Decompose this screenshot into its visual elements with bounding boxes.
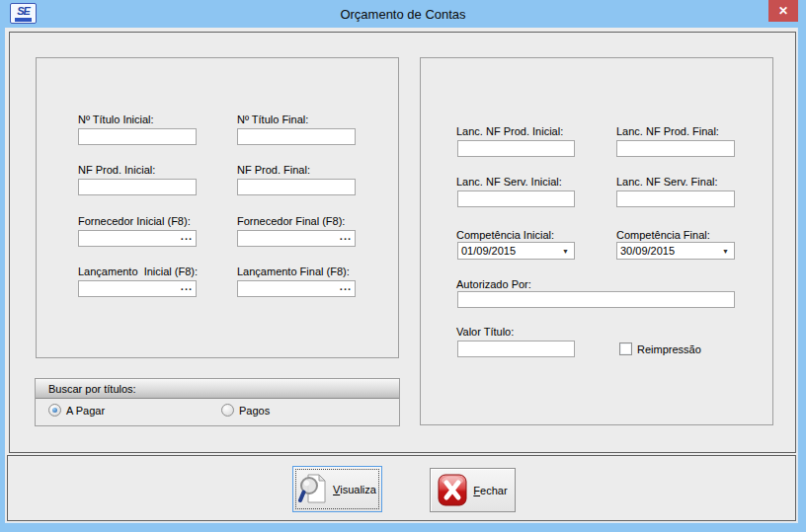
fechar-button-label: Fechar	[473, 485, 507, 496]
window-title: Orçamento de Contas	[0, 0, 806, 28]
radio-a-pagar-icon	[48, 404, 61, 417]
left-filters-group: Nº Título Inicial: Nº Título Final: NF P…	[36, 57, 399, 358]
close-x-icon	[438, 473, 467, 507]
client-area: Nº Título Inicial: Nº Título Final: NF P…	[5, 28, 798, 523]
titulo-inicial-label: Nº Título Inicial:	[78, 114, 154, 126]
nf-prod-final-label: NF Prod. Final:	[237, 164, 310, 177]
lanc-nf-serv-inicial-input[interactable]	[457, 190, 575, 207]
radio-pagos-icon	[221, 404, 234, 417]
competencia-final-label: Competência Final:	[616, 229, 710, 242]
lancamento-final-picker-icon[interactable]: ...	[334, 278, 352, 295]
lanc-nf-prod-inicial-input[interactable]	[457, 140, 575, 157]
reimpressao-label: Reimpressão	[637, 343, 701, 355]
competencia-inicial-value: 01/09/2015	[461, 245, 516, 257]
lancamento-final-field: ...	[237, 280, 356, 297]
lanc-nf-prod-inicial-label: Lanc. NF Prod. Inicial:	[456, 125, 563, 138]
nf-prod-final-input[interactable]	[237, 179, 356, 195]
buscar-por-titulos-title: Buscar por títulos:	[48, 383, 136, 395]
reimpressao-checkbox[interactable]	[619, 342, 632, 355]
nf-prod-inicial-label: NF Prod. Inicial:	[78, 164, 155, 177]
nf-prod-inicial-input[interactable]	[78, 179, 197, 195]
radio-a-pagar[interactable]: A Pagar	[48, 404, 105, 417]
chevron-down-icon: ▼	[562, 248, 569, 255]
lancamento-inicial-field: ...	[78, 280, 197, 297]
valor-titulo-input[interactable]	[457, 341, 575, 357]
titulo-inicial-input[interactable]	[78, 128, 197, 145]
lanc-nf-prod-final-input[interactable]	[616, 140, 735, 157]
titulo-final-input[interactable]	[237, 128, 356, 145]
buscar-por-titulos-group: Buscar por títulos: A Pagar Pagos	[35, 378, 400, 426]
lanc-nf-prod-final-label: Lanc. NF Prod. Final:	[616, 125, 719, 138]
lanc-nf-serv-inicial-label: Lanc. NF Serv. Inicial:	[456, 176, 562, 189]
fornecedor-final-label: Fornecedor Final (F8):	[237, 215, 345, 228]
footer-panel: Visualiza Fechar	[7, 455, 796, 521]
competencia-final-combo[interactable]: 30/09/2015 ▼	[616, 242, 735, 260]
autorizado-por-input[interactable]	[457, 291, 735, 308]
lancamento-final-label: Lançamento Final (F8):	[237, 266, 350, 278]
autorizado-por-label: Autorizado Por:	[456, 278, 531, 291]
main-panel: Nº Título Inicial: Nº Título Final: NF P…	[9, 32, 796, 453]
chevron-down-icon: ▼	[722, 248, 729, 255]
buscar-por-titulos-header: Buscar por títulos:	[36, 379, 399, 399]
titlebar: SE Orçamento de Contas ✕	[0, 0, 806, 28]
competencia-inicial-label: Competência Inicial:	[456, 229, 554, 242]
preview-magnifier-icon	[298, 473, 327, 505]
visualiza-button-label: Visualiza	[333, 484, 376, 495]
lanc-nf-serv-final-input[interactable]	[616, 190, 735, 207]
close-icon: ✕	[778, 4, 788, 18]
radio-pagos[interactable]: Pagos	[221, 404, 270, 417]
competencia-final-value: 30/09/2015	[620, 245, 675, 257]
fornecedor-final-field: ...	[237, 230, 356, 247]
right-filters-group: Lanc. NF Prod. Inicial: Lanc. NF Prod. F…	[420, 57, 773, 425]
visualiza-button[interactable]: Visualiza	[292, 466, 382, 512]
orcamento-de-contas-dialog: SE Orçamento de Contas ✕ Nº Título Inici…	[0, 0, 806, 532]
lancamento-inicial-picker-icon[interactable]: ...	[175, 278, 193, 295]
valor-titulo-label: Valor Título:	[456, 326, 514, 339]
radio-pagos-label: Pagos	[239, 405, 270, 417]
fornecedor-final-picker-icon[interactable]: ...	[334, 228, 352, 245]
fornecedor-inicial-label: Fornecedor Inicial (F8):	[78, 215, 191, 228]
fornecedor-inicial-picker-icon[interactable]: ...	[175, 228, 193, 245]
lancamento-inicial-label: Lançamento Inicial (F8):	[78, 266, 198, 278]
radio-a-pagar-label: A Pagar	[66, 405, 105, 417]
titulo-final-label: Nº Título Final:	[237, 114, 308, 126]
fechar-button[interactable]: Fechar	[430, 468, 516, 512]
close-button[interactable]: ✕	[768, 0, 798, 22]
competencia-inicial-combo[interactable]: 01/09/2015 ▼	[457, 242, 575, 260]
lanc-nf-serv-final-label: Lanc. NF Serv. Final:	[616, 176, 718, 189]
fornecedor-inicial-field: ...	[78, 230, 197, 247]
reimpressao-checkbox-item[interactable]: Reimpressão	[619, 342, 701, 355]
